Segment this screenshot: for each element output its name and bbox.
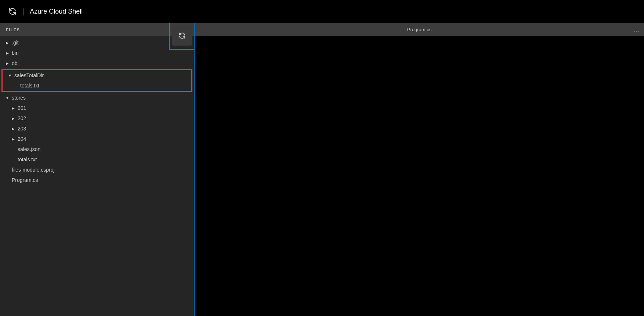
arrow-202 [10, 115, 16, 121]
app-title: Azure Cloud Shell [30, 8, 83, 15]
label-201: 201 [18, 105, 194, 111]
label-bin: bin [12, 50, 194, 56]
tree-item-stores[interactable]: stores [0, 93, 194, 103]
files-label: FILES [6, 28, 20, 32]
arrow-salestotaldir [7, 72, 13, 78]
title-bar: | Azure Cloud Shell [0, 0, 644, 23]
refresh-icon [7, 6, 18, 17]
editor-area: Program.cs ... [195, 23, 644, 316]
label-202: 202 [18, 115, 194, 121]
refresh-button[interactable] [172, 26, 192, 46]
tree-item-programcs[interactable]: Program.cs [0, 175, 194, 185]
arrow-201 [10, 105, 16, 111]
main-area: FILES .git bin [0, 23, 644, 316]
label-totals2: totals.txt [18, 157, 194, 162]
arrow-bin [4, 50, 10, 56]
tree-item-filesmodule[interactable]: files-module.csproj [0, 165, 194, 175]
label-203: 203 [18, 126, 194, 132]
label-salesjson: sales.json [18, 146, 194, 152]
label-git: .git [12, 40, 194, 46]
label-programcs: Program.cs [12, 177, 194, 183]
arrow-203 [10, 126, 16, 132]
tree-item-204[interactable]: 204 [0, 134, 194, 144]
title-separator: | [23, 7, 25, 16]
highlight-group: salesTotalDir totals.txt [1, 69, 192, 92]
arrow-stores [4, 95, 10, 101]
refresh-button-highlight [169, 23, 195, 50]
tree-item-totals2[interactable]: totals.txt [0, 154, 194, 165]
label-obj: obj [12, 60, 194, 66]
sidebar-toolbar: FILES [0, 23, 194, 36]
tree-item-201[interactable]: 201 [0, 103, 194, 113]
tree-item-git[interactable]: .git [0, 37, 194, 48]
arrow-204 [10, 136, 16, 142]
editor-more-button[interactable]: ... [634, 26, 640, 33]
arrow-git [4, 40, 10, 46]
tree-item-obj[interactable]: obj [0, 58, 194, 68]
tree-item-203[interactable]: 203 [0, 123, 194, 134]
sidebar: FILES .git bin [0, 23, 195, 316]
tree-item-202[interactable]: 202 [0, 113, 194, 123]
tree-item-bin[interactable]: bin [0, 48, 194, 58]
label-filesmodule: files-module.csproj [12, 167, 194, 173]
label-204: 204 [18, 136, 194, 142]
label-totals1: totals.txt [20, 83, 191, 89]
label-stores: stores [12, 95, 194, 101]
file-tree: .git bin obj salesTotalDir tota [0, 36, 194, 316]
arrow-obj [4, 60, 10, 66]
editor-tab-title: Program.cs [407, 27, 431, 32]
tree-item-totals1[interactable]: totals.txt [3, 80, 191, 91]
editor-tab-bar: Program.cs ... [195, 23, 644, 36]
tree-item-salesjson[interactable]: sales.json [0, 144, 194, 154]
tree-item-salestotaldir[interactable]: salesTotalDir [3, 70, 191, 80]
editor-content[interactable] [195, 36, 644, 316]
label-salestotaldir: salesTotalDir [14, 72, 191, 78]
